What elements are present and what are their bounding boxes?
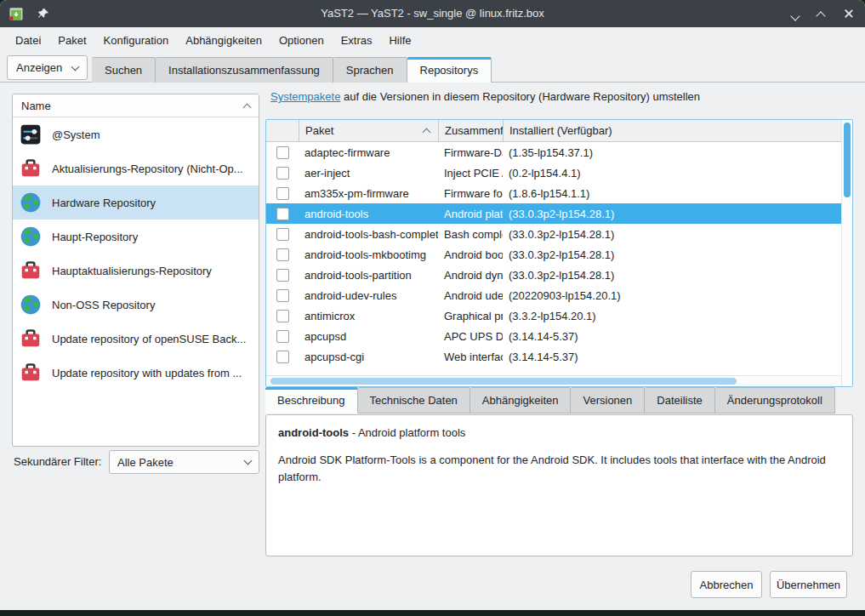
vertical-scrollbar[interactable] [841,120,852,386]
filter-tab[interactable]: Suchen [92,57,156,83]
package-installed-version: (0.2-lp154.4.1) [503,167,841,180]
repository-list-item[interactable]: Hardware Repository [13,185,259,220]
package-checkbox[interactable] [276,310,289,322]
package-summary: Android udev... [438,289,503,302]
table-row[interactable]: antimicrox Graphical pro... (3.3.2-lp154… [266,305,841,326]
package-checkbox[interactable] [276,269,289,282]
table-row[interactable]: android-tools-mkbootimg Android boot... … [266,244,841,265]
system-packages-link[interactable]: Systempakete [270,90,340,103]
table-row[interactable]: aer-inject Inject PCIE A... (0.2-lp154.4… [266,163,841,183]
package-checkbox[interactable] [276,289,289,302]
package-name: apcupsd [299,330,438,343]
filter-tab[interactable]: Repositorys [407,57,492,83]
table-row[interactable]: adaptec-firmware Firmware-Dat... (1.35-l… [266,142,841,163]
toolbox-icon [20,157,42,180]
repository-list-header[interactable]: Name [13,94,259,117]
detail-tab[interactable]: Versionen [571,387,645,414]
repository-label: Non-OSS Repository [52,299,155,311]
repository-list-item[interactable]: Update repository of openSUSE Back... [13,322,259,356]
detail-tab[interactable]: Beschreibung [265,387,358,414]
table-row[interactable]: android-tools Android platf... (33.0.3p2… [266,203,841,224]
repository-list-item[interactable]: Hauptaktualisierungs-Repository [13,254,259,288]
package-installed-version: (1.8.6-lp154.1.1) [503,187,841,200]
package-checkbox[interactable] [276,248,289,261]
repository-list-item[interactable]: Aktualisierungs-Repository (Nicht-Op... [13,151,259,185]
package-installed-version: (33.0.3p2-lp154.28.1) [503,228,841,241]
menu-item[interactable]: Optionen [270,30,333,51]
vertical-scrollbar-thumb[interactable] [844,123,851,197]
table-row[interactable]: android-tools-partition Android dyna... … [266,265,841,285]
menu-item[interactable]: Abhängigkeiten [177,30,270,51]
package-checkbox[interactable] [276,208,289,220]
package-table: Paket Zusammenfassung Installiert (Verfü… [265,119,853,387]
detail-tab[interactable]: Abhängigkeiten [470,387,572,414]
filter-tab[interactable]: Sprachen [333,57,407,83]
detail-tabs: Beschreibung Technische Daten Abhängigke… [265,387,835,414]
table-row[interactable]: apcupsd-cgi Web interfac... (3.14.14-5.3… [266,346,841,367]
menu-item[interactable]: Konfiguration [95,30,178,51]
installed-column-header[interactable]: Installiert (Verfügbar) [503,120,841,141]
table-row[interactable]: android-tools-bash-completion Bash compl… [266,224,841,244]
package-summary: Android dyna... [438,269,503,282]
repository-list-item[interactable]: @System [13,117,259,151]
repository-label: @System [52,128,100,141]
table-row[interactable]: apcupsd APC UPS Dae... (3.14.14-5.37) [266,326,841,346]
summary-column-header[interactable]: Zusammenfassung [438,120,503,141]
detail-tab[interactable]: Änderungsprotokoll [715,387,835,414]
package-name: android-tools-bash-completion [299,228,438,241]
package-checkbox[interactable] [276,187,289,200]
minimize-icon[interactable] [792,8,804,20]
titlebar[interactable]: YaST2 — YaST2 - sw_single @ linux.fritz.… [0,0,865,27]
package-installed-version: (1.35-lp154.37.1) [503,146,841,159]
secondary-filter-combobox[interactable]: Alle Pakete [109,450,259,474]
yast2-window: YaST2 — YaST2 - sw_single @ linux.fritz.… [0,0,865,610]
table-row[interactable]: am335x-pm-firmware Firmware for ... (1.8… [266,183,841,203]
repository-list-item[interactable]: Non-OSS Repository [13,288,259,322]
package-installed-version: (33.0.3p2-lp154.28.1) [503,248,841,261]
package-installed-version: (3.14.14-5.37) [503,330,841,343]
sort-ascending-icon [423,128,431,137]
menu-item[interactable]: Paket [49,30,94,51]
menu-item[interactable]: Hilfe [380,30,419,51]
chevron-down-icon [244,457,253,465]
toolbox-icon [20,260,42,282]
description-summary: - Android platform tools [349,426,465,439]
apply-button[interactable]: Übernehmen [770,571,847,598]
package-summary: Android platf... [438,208,503,220]
menu-item[interactable]: Datei [7,30,49,51]
menu-item[interactable]: Extras [333,30,381,51]
detail-tab[interactable]: Dateiliste [645,387,714,414]
package-checkbox[interactable] [276,351,289,363]
cancel-button[interactable]: Abbrechen [691,571,762,598]
system-icon [20,123,42,145]
package-checkbox[interactable] [276,167,289,180]
package-checkbox[interactable] [276,228,289,241]
checkbox-column-header[interactable] [266,120,299,141]
package-name: aer-inject [299,167,438,180]
package-checkbox[interactable] [276,146,289,159]
package-name: antimicrox [299,310,438,322]
table-row[interactable]: android-udev-rules Android udev... (2022… [266,285,841,305]
repository-list-item[interactable]: Haupt-Repository [13,220,259,254]
secondary-filter-value: Alle Pakete [117,456,174,469]
filter-tabs: Suchen Installationszusammenfassung Spra… [92,57,492,83]
detail-tab[interactable]: Technische Daten [358,387,470,414]
window-title: YaST2 — YaST2 - sw_single @ linux.fritz.… [0,0,865,27]
view-selector-combobox[interactable]: Anzeigen [7,55,88,80]
system-packages-line: Systempakete auf die Versionen in diesem… [270,90,700,103]
package-summary: Graphical pro... [438,310,503,322]
package-summary: Android boot... [438,248,503,261]
horizontal-scrollbar-thumb[interactable] [270,378,737,385]
package-name: android-tools-partition [299,269,438,282]
maximize-icon[interactable] [817,8,829,20]
package-checkbox[interactable] [276,330,289,343]
horizontal-scrollbar[interactable] [266,375,841,386]
globe-icon [20,294,42,316]
repository-label: Hauptaktualisierungs-Repository [52,265,212,277]
repository-list-item[interactable]: Update repository with updates from ... [13,356,259,390]
repository-label: Aktualisierungs-Repository (Nicht-Op... [52,163,243,175]
package-column-header[interactable]: Paket [299,120,438,141]
filter-tab[interactable]: Installationszusammenfassung [156,57,333,83]
close-icon[interactable] [843,8,855,20]
description-panel: android-tools - Android platform tools A… [265,414,853,556]
